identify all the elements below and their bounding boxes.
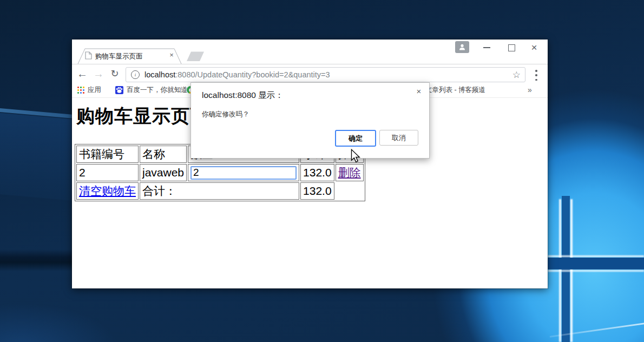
tab-close-icon[interactable]: × — [168, 51, 175, 59]
bookmark-article-label: 文章列表 - 博客频道 — [425, 86, 485, 95]
maximize-button[interactable] — [503, 43, 520, 52]
url-text: localhost:8080/UpdateQuantity?bookid=2&q… — [144, 70, 330, 79]
quantity-input[interactable] — [190, 166, 297, 180]
minimize-icon — [483, 47, 490, 48]
apps-grid-icon — [77, 87, 84, 94]
tabstrip-divider — [72, 64, 548, 64]
bookmark-article-list[interactable]: 文章列表 - 博客频道 — [425, 84, 485, 95]
wallpaper-corner-glow — [0, 303, 119, 342]
url-host: localhost — [144, 70, 175, 79]
ok-button[interactable]: 确定 — [335, 130, 376, 147]
action-cell: 删除 — [336, 164, 364, 181]
total-label-cell: 合计： — [140, 182, 299, 200]
person-icon — [458, 43, 466, 51]
dialog-message: 你确定修改吗？ — [202, 110, 249, 119]
browser-window: × 购物车显示页面 × ← → ↻ i localhost:8080/Updat… — [72, 40, 548, 288]
dialog-title: localhost:8080 显示： — [202, 90, 284, 101]
table-footer-row: 清空购物车 合计： 132.0 — [76, 182, 364, 200]
bookmark-apps-label: 应用 — [88, 86, 101, 95]
url-bar[interactable]: i localhost:8080/UpdateQuantity?bookid=2… — [126, 67, 525, 82]
bookmark-star-icon[interactable]: ☆ — [512, 69, 521, 81]
profile-button[interactable] — [455, 41, 469, 53]
header-book-id: 书籍编号 — [76, 146, 139, 163]
mouse-cursor-icon — [350, 149, 362, 163]
bookmarks-overflow-chevron[interactable]: » — [528, 86, 532, 94]
bookmark-apps[interactable]: 应用 — [77, 84, 101, 95]
wallpaper-pane-glow — [548, 255, 644, 257]
maximize-icon — [508, 44, 515, 51]
back-button[interactable]: ← — [75, 66, 89, 81]
wallpaper-pane-horizontal-bar — [540, 258, 644, 269]
baidu-paw-icon — [115, 86, 123, 94]
clear-cart-cell: 清空购物车 — [76, 182, 139, 200]
table-row: 2 javaweb 132.0 删除 — [76, 164, 364, 181]
bookmark-baidu-label: 百度一下，你就知道 — [127, 86, 188, 95]
quantity-cell — [188, 164, 299, 181]
subtotal-cell: 132.0 — [300, 164, 334, 181]
cancel-button[interactable]: 取消 — [379, 130, 418, 146]
menu-dots-icon[interactable] — [533, 69, 540, 82]
info-icon[interactable]: i — [131, 70, 140, 79]
bookmark-baidu[interactable]: 百度一下，你就知道 — [115, 84, 188, 95]
delete-link[interactable]: 删除 — [338, 166, 361, 179]
confirm-dialog: localhost:8080 显示： × 你确定修改吗？ 确定 取消 — [190, 82, 430, 159]
header-name: 名称 — [140, 146, 187, 163]
minimize-button[interactable] — [478, 43, 495, 52]
forward-button[interactable]: → — [91, 66, 106, 81]
tab-title[interactable]: 购物车显示页面 — [95, 52, 163, 61]
clear-cart-link[interactable]: 清空购物车 — [79, 185, 136, 197]
dialog-close-icon[interactable]: × — [415, 87, 423, 96]
total-value-cell: 132.0 — [300, 182, 334, 200]
close-window-button[interactable]: × — [525, 41, 543, 55]
book-id-cell: 2 — [76, 164, 139, 181]
url-path: :8080/UpdateQuantity?bookid=2&quantity=3 — [175, 70, 330, 79]
wallpaper-pane-glow — [548, 270, 644, 272]
book-name-cell: javaweb — [140, 164, 187, 181]
reload-button[interactable]: ↻ — [108, 66, 122, 81]
page-title: 购物车显示页面 — [76, 104, 209, 129]
page-favicon-icon — [85, 51, 92, 60]
new-tab-button[interactable] — [187, 52, 204, 62]
empty-cell — [336, 182, 364, 200]
